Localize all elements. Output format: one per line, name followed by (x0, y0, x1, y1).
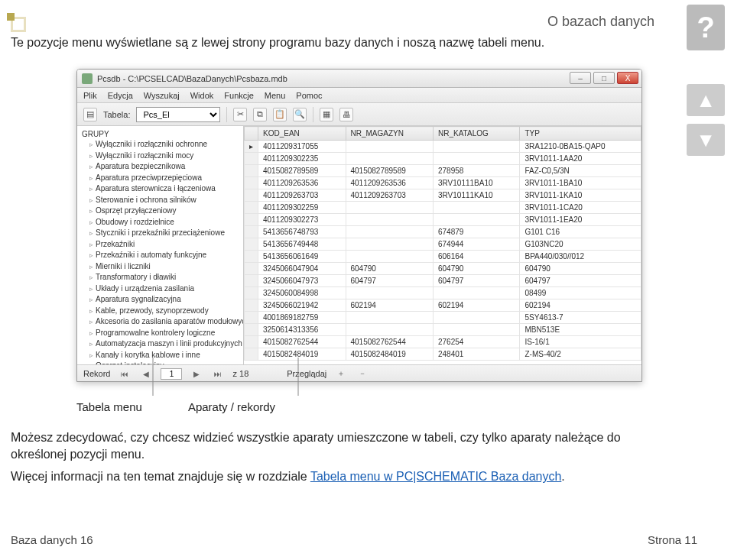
cell[interactable]: 5413656748793 (258, 226, 346, 238)
cell[interactable]: 604790 (346, 263, 434, 275)
cell[interactable] (434, 214, 520, 226)
cell[interactable] (346, 141, 434, 153)
cell[interactable]: 602194 (434, 299, 520, 312)
cell[interactable]: 3RV1011-1KA10 (520, 189, 641, 202)
close-button[interactable]: X (617, 72, 638, 84)
tree-item[interactable]: Kable, przewody, szynoprzewody (77, 306, 243, 317)
cell[interactable]: 4011209263536 (346, 177, 434, 189)
table-row[interactable]: ▸40112093170553RA1210-0BA15-QAP0 (245, 141, 641, 153)
nav-up-icon[interactable]: ▲ (687, 84, 725, 116)
tabela-menu-link[interactable]: Tabela menu w PC|SCHEMATIC Baza danych (310, 470, 561, 483)
cell[interactable]: 4011209317055 (258, 141, 346, 153)
cell[interactable] (346, 324, 434, 336)
tree-item[interactable]: Sterowanie i ochrona silników (77, 195, 243, 206)
tree-item[interactable]: Osprzęt przyłączeniowy (77, 206, 243, 217)
cell[interactable] (346, 312, 434, 324)
tree-item[interactable]: Układy i urządzenia zasilania (77, 283, 243, 295)
cell[interactable]: 604790 (434, 263, 520, 275)
tree-item[interactable]: Transformatory i dławiki (77, 272, 243, 283)
cell[interactable]: 4011209263703 (346, 189, 434, 202)
menu-item-edycja[interactable]: Edycja (108, 91, 133, 100)
cell[interactable]: 3RV10111BA10 (434, 177, 520, 189)
cell[interactable]: 4015082484019 (346, 348, 434, 361)
table-row[interactable]: 401120926353640112092635363RV10111BA103R… (245, 177, 641, 189)
table-row[interactable]: 40150827895894015082789589278958FAZ-C0,5… (245, 165, 641, 177)
paste-icon[interactable]: 📋 (273, 108, 287, 121)
cell[interactable]: 3RV1011-1EA20 (520, 214, 641, 226)
tree-item[interactable]: Styczniki i przekaźniki przeciążeniowe (77, 228, 243, 239)
cell[interactable] (346, 202, 434, 214)
menu-item-wyszukaj[interactable]: Wyszukaj (144, 91, 180, 100)
menu-item-funkcje[interactable]: Funkcje (224, 91, 254, 100)
cell[interactable]: 4011209263536 (258, 177, 346, 189)
cell[interactable] (434, 312, 520, 324)
copy-icon[interactable]: ⧉ (253, 108, 267, 121)
cell[interactable] (434, 287, 520, 299)
table-row[interactable]: 5413656061649606164BPA440/030//012 (245, 251, 641, 263)
record-number-input[interactable] (161, 368, 182, 380)
cell[interactable] (346, 214, 434, 226)
cell[interactable]: 5413656749448 (258, 238, 346, 251)
tree-item[interactable]: Wyłączniki i rozłączniki mocy (77, 151, 243, 162)
cell[interactable]: 3245066047904 (258, 263, 346, 275)
cell[interactable]: 604797 (520, 275, 641, 287)
cell[interactable]: 4015082789589 (258, 165, 346, 177)
column-header[interactable]: NR_MAGAZYN (346, 127, 434, 141)
cell[interactable]: BPA440/030//012 (520, 251, 641, 263)
cell[interactable]: 604790 (520, 263, 641, 275)
tree-item[interactable]: Akcesoria do zasilania aparatów modułowy… (77, 316, 243, 328)
cell[interactable]: 08499 (520, 287, 641, 299)
cell[interactable]: Z-MS-40/2 (520, 348, 641, 361)
table-row[interactable]: 3245066047904604790604790604790 (245, 263, 641, 275)
column-header[interactable]: KOD_EAN (258, 127, 346, 141)
table-row[interactable]: 40112093022733RV1011-1EA20 (245, 214, 641, 226)
tabela-select[interactable]: Pcs_El (136, 107, 220, 122)
cell[interactable]: 3245060084998 (258, 287, 346, 299)
prev-record-icon[interactable]: ◀ (139, 367, 153, 380)
print-icon[interactable]: 🖶 (339, 108, 353, 121)
tree-panel[interactable]: GRUPY Wyłączniki i rozłączniki ochronneW… (77, 126, 244, 364)
cell[interactable] (434, 202, 520, 214)
cell[interactable]: 4015082789589 (346, 165, 434, 177)
menu-item-pomoc[interactable]: Pomoc (296, 91, 322, 100)
cell[interactable]: MBN513E (520, 324, 641, 336)
cell[interactable]: 3250614313356 (258, 324, 346, 336)
cell[interactable]: 4011209263703 (258, 189, 346, 202)
tree-item[interactable]: Mierniki i liczniki (77, 261, 243, 273)
cell[interactable]: 4011209302259 (258, 202, 346, 214)
remove-icon[interactable]: － (356, 367, 369, 380)
cell[interactable]: 4011209302235 (258, 153, 346, 165)
tree-item[interactable]: Aparatura bezpiecznikowa (77, 161, 243, 173)
nav-down-icon[interactable]: ▼ (687, 124, 725, 156)
cell[interactable] (346, 226, 434, 238)
table-row[interactable]: 40018691827595SY4613-7 (245, 312, 641, 324)
help-icon[interactable]: ? (687, 5, 725, 50)
db-new-icon[interactable]: ▤ (83, 108, 97, 121)
menu-item-plik[interactable]: Plik (83, 91, 97, 100)
table-row[interactable]: 40112093022593RV1011-1CA20 (245, 202, 641, 214)
cell[interactable]: 602194 (346, 299, 434, 312)
first-record-icon[interactable]: ⏮ (118, 367, 132, 380)
tree-item[interactable]: Przekaźniki i automaty funkcyjne (77, 250, 243, 261)
cell[interactable]: 4011209302273 (258, 214, 346, 226)
tree-item[interactable]: Aparatura przeciwprzepięciowa (77, 173, 243, 184)
cell[interactable]: 3245066047973 (258, 275, 346, 287)
cell[interactable]: G101 C16 (520, 226, 641, 238)
cell[interactable]: 278958 (434, 165, 520, 177)
cell[interactable]: 3RV1011-1CA20 (520, 202, 641, 214)
cell[interactable]: 4015082762544 (258, 336, 346, 348)
minimize-button[interactable]: – (570, 72, 591, 84)
cell[interactable] (346, 287, 434, 299)
maximize-button[interactable]: □ (593, 72, 615, 84)
cell[interactable] (434, 153, 520, 165)
cell[interactable]: G103NC20 (520, 238, 641, 251)
table-row[interactable]: 3250614313356MBN513E (245, 324, 641, 336)
table-row[interactable]: 401120926370340112092637033RV10111KA103R… (245, 189, 641, 202)
cell[interactable] (434, 141, 520, 153)
cell[interactable]: 4015082762544 (346, 336, 434, 348)
tree-root[interactable]: GRUPY (77, 129, 243, 139)
cell[interactable]: 606164 (434, 251, 520, 263)
cell[interactable]: 604797 (346, 275, 434, 287)
menu-item-menu[interactable]: Menu (265, 91, 286, 100)
cell[interactable]: 248401 (434, 348, 520, 361)
